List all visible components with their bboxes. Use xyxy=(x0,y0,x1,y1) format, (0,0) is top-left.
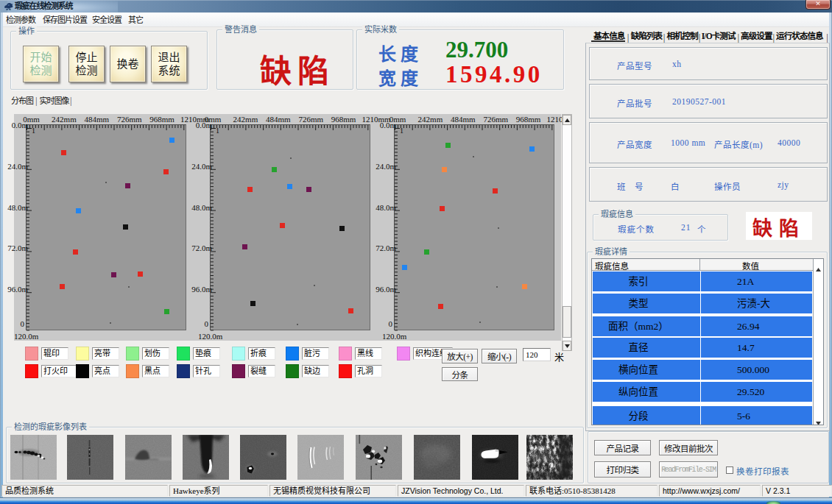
menu-item-2[interactable]: 保存图片设置 xyxy=(43,15,87,26)
scroll-up-button[interactable] xyxy=(563,115,571,125)
tab-distribution[interactable]: 分布图 xyxy=(11,96,33,106)
defect-thumbnail-9[interactable] xyxy=(472,435,518,480)
column-separator xyxy=(700,406,701,425)
status-series: Hawkeye系列 xyxy=(169,485,268,497)
defect-point[interactable] xyxy=(438,304,443,309)
defect-point[interactable] xyxy=(306,187,311,192)
tab-realtime[interactable]: 实时图像 xyxy=(40,96,69,106)
read-from-file-button[interactable]: ReadFromFile-SIM xyxy=(659,461,718,478)
defect-thumbnail-6[interactable] xyxy=(297,435,344,480)
defect-point[interactable] xyxy=(73,249,78,255)
detail-table-scrollbar[interactable] xyxy=(813,259,823,425)
legend-swatch xyxy=(126,364,139,378)
detail-row-4[interactable]: 直径14.7 xyxy=(593,338,812,358)
defect-point[interactable] xyxy=(445,143,451,148)
modify-batch-button[interactable]: 修改目前批次 xyxy=(659,440,718,455)
tab-basic-info[interactable]: 基本信息 xyxy=(593,32,624,40)
plot-strip-2[interactable]: 1 xyxy=(210,124,370,330)
app-icon xyxy=(4,1,14,11)
tab-separator: | xyxy=(737,32,739,43)
defect-point[interactable] xyxy=(164,309,169,314)
tab-defect-list[interactable]: 缺陷列表 xyxy=(631,32,662,40)
scroll-down-icon[interactable] xyxy=(816,415,821,425)
plot-vscrollbar[interactable] xyxy=(562,114,572,351)
defect-point[interactable] xyxy=(242,244,247,249)
defect-point[interactable] xyxy=(250,301,255,306)
status-version: V 2.3.1 xyxy=(762,485,832,497)
op-button-exit[interactable]: 退出系统 xyxy=(151,46,187,82)
defect-point[interactable] xyxy=(522,284,527,289)
legend-swatch xyxy=(232,364,245,378)
defect-point[interactable] xyxy=(163,169,169,174)
legend-swatch xyxy=(177,347,190,361)
length-input[interactable] xyxy=(523,348,551,361)
detail-row-2[interactable]: 类型污渍-大 xyxy=(593,294,812,313)
zoom-in-button[interactable]: 放大(+) xyxy=(442,349,478,363)
defect-thumbnail-7[interactable] xyxy=(356,435,402,480)
info-label: 产品批号 xyxy=(617,97,652,109)
x-tick-label: 242mm xyxy=(52,115,77,124)
defect-point[interactable] xyxy=(402,265,407,270)
op-button-stop[interactable]: 停止检测 xyxy=(68,46,105,82)
defect-thumbnail-10[interactable] xyxy=(526,435,573,480)
close-icon: ✕ xyxy=(806,0,830,8)
tab-camera-control[interactable]: 相机控制 xyxy=(666,32,697,40)
scroll-thumb[interactable] xyxy=(563,306,571,338)
y-tick-label: 48.0m xyxy=(3,203,28,212)
menu-item-1[interactable]: 检测参数 xyxy=(6,15,35,26)
tab-advanced-settings[interactable]: 高级设置 xyxy=(741,32,772,40)
defect-thumbnail-5[interactable] xyxy=(240,435,286,480)
defect-point[interactable] xyxy=(280,223,285,228)
plot-strip-3[interactable]: 1 xyxy=(394,124,554,330)
close-button[interactable]: ✕ xyxy=(805,0,831,10)
legend-swatch xyxy=(232,347,245,361)
defect-point[interactable] xyxy=(125,183,130,188)
defect-point[interactable] xyxy=(440,206,445,211)
defect-thumbnail-4[interactable] xyxy=(183,435,229,480)
menu-item-3[interactable]: 安全设置 xyxy=(92,15,121,26)
defect-point[interactable] xyxy=(339,226,345,231)
plot-strip-1[interactable]: 1 xyxy=(26,124,186,330)
defect-detail-group: 瑕疵详情 瑕疵信息 数值 索引21A类型污渍-大面积（mm2）26.94直径14… xyxy=(587,252,828,428)
defect-point[interactable] xyxy=(348,308,353,313)
defect-point[interactable] xyxy=(272,167,277,172)
info-value: 20190527-001 xyxy=(672,97,726,106)
defect-point[interactable] xyxy=(111,272,116,277)
detail-row-3[interactable]: 面积（mm2）26.94 xyxy=(593,316,812,336)
detail-row-5[interactable]: 横向位置500.000 xyxy=(593,360,812,380)
legend-label: 黑线 xyxy=(355,347,382,360)
defect-point[interactable] xyxy=(138,271,143,277)
product-record-button[interactable]: 产品记录 xyxy=(594,440,651,455)
split-strip-button[interactable]: 分条 xyxy=(442,367,478,381)
defect-point[interactable] xyxy=(529,146,535,152)
defect-point[interactable] xyxy=(61,150,66,155)
legend-label: 黑点 xyxy=(142,365,169,377)
y-tick-label: 96.0m xyxy=(187,285,212,294)
detail-row-1[interactable]: 索引21A xyxy=(593,271,812,291)
defect-point[interactable] xyxy=(424,249,429,255)
defect-thumbnail-8[interactable] xyxy=(414,435,460,480)
defect-point[interactable] xyxy=(76,208,81,213)
detail-row-6[interactable]: 纵向位置29.520 xyxy=(593,382,812,402)
defect-thumbnail-2[interactable] xyxy=(67,435,113,480)
legend-label: 划伤 xyxy=(142,347,169,360)
menu-item-4[interactable]: 其它 xyxy=(128,15,143,26)
defect-point[interactable] xyxy=(60,284,65,289)
defect-point[interactable] xyxy=(442,167,447,172)
op-button-start[interactable]: 开始检测 xyxy=(23,46,59,82)
defect-point[interactable] xyxy=(287,184,292,189)
detail-row-7[interactable]: 分段5-6 xyxy=(593,406,812,425)
roll-print-checkbox[interactable] xyxy=(726,466,733,474)
tab-run-status[interactable]: 运行状态信息 xyxy=(776,32,823,40)
defect-thumbnail-3[interactable] xyxy=(125,435,172,480)
print-classify-button[interactable]: 打印归类 xyxy=(594,461,651,478)
zoom-out-button[interactable]: 缩小(-) xyxy=(482,349,517,363)
scroll-up-icon[interactable] xyxy=(816,261,821,274)
tab-io-card-test[interactable]: I/O卡测试 xyxy=(702,32,736,40)
defect-point[interactable] xyxy=(493,188,498,194)
defect-point[interactable] xyxy=(169,138,174,143)
op-button-change-roll[interactable]: 换卷 xyxy=(110,46,146,82)
defect-point[interactable] xyxy=(247,187,253,192)
defect-thumbnail-1[interactable] xyxy=(10,435,57,480)
defect-point[interactable] xyxy=(123,224,128,230)
